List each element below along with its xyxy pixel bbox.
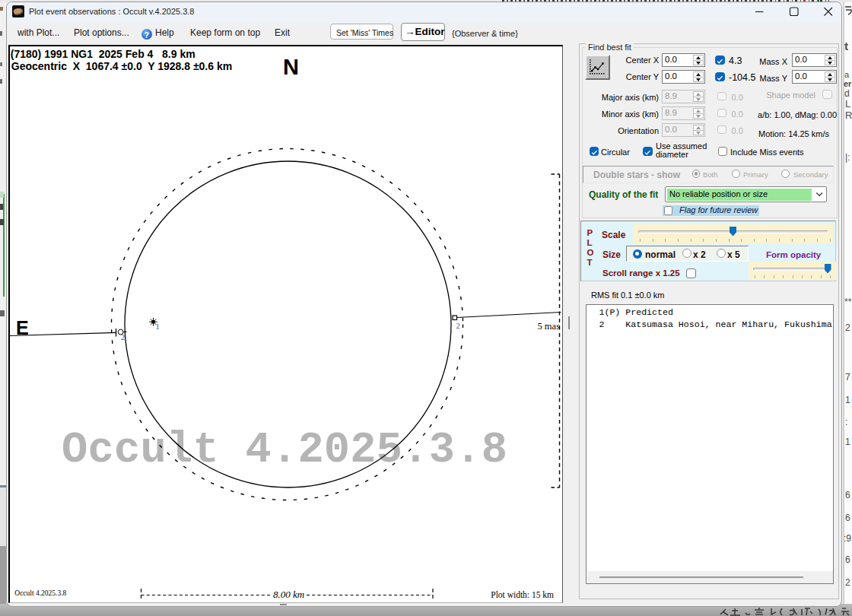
svg-text:Geocentric X 1067.4 ±0.0 Y: Geocentric X 1067.4 ±0.0 Y 1928.8 ±0.6 k… [11, 60, 232, 72]
svg-text:N: N [283, 55, 299, 79]
svg-text:8.00 km: 8.00 km [273, 589, 304, 600]
svg-text:2: 2 [121, 333, 125, 341]
svg-text:5 mas: 5 mas [537, 321, 560, 332]
svg-text:2: 2 [456, 322, 460, 330]
svg-text:(7180) 1991 NG1 2025 Feb 4: (7180) 1991 NG1 2025 Feb 4 8.9 km [11, 48, 196, 60]
svg-text:1: 1 [156, 322, 160, 331]
svg-text:Occult 4.2025.3.8: Occult 4.2025.3.8 [14, 589, 66, 597]
svg-text:Plot width: 15 km: Plot width: 15 km [491, 590, 554, 599]
svg-text:Occult 4.2025.3.8: Occult 4.2025.3.8 [62, 426, 507, 475]
